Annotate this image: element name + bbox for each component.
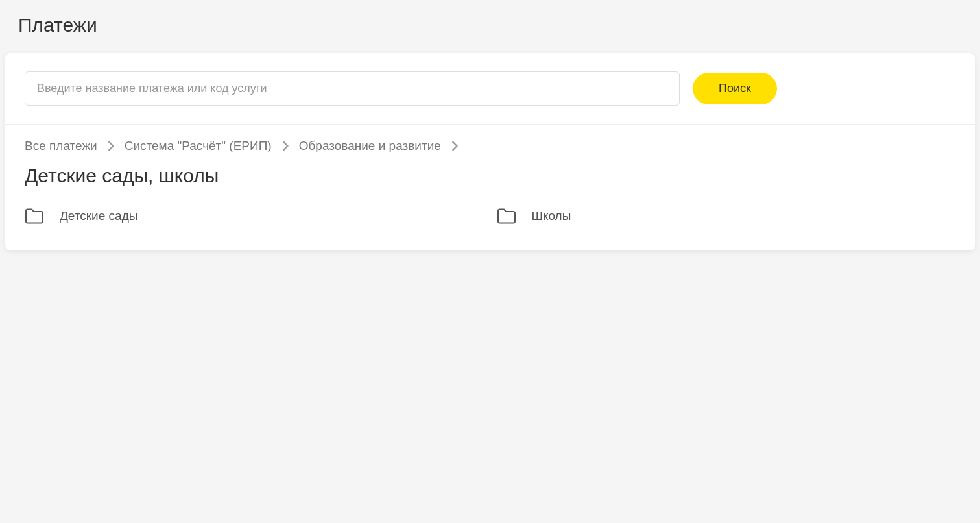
chevron-right-icon — [282, 141, 289, 151]
page-header: Платежи — [0, 0, 980, 53]
folder-icon — [25, 208, 44, 225]
breadcrumb-item-erip[interactable]: Система "Расчёт" (ЕРИП) — [125, 139, 272, 153]
categories-grid: Детские сады Школы — [25, 205, 955, 227]
content-section: Все платежи Система "Расчёт" (ЕРИП) Обра… — [5, 125, 975, 250]
breadcrumb: Все платежи Система "Расчёт" (ЕРИП) Обра… — [25, 139, 955, 153]
chevron-right-icon — [451, 141, 458, 151]
page-title: Платежи — [18, 14, 962, 36]
breadcrumb-item-all[interactable]: Все платежи — [25, 139, 97, 153]
chevron-right-icon — [108, 141, 114, 151]
main-card: Поиск Все платежи Система "Расчёт" (ЕРИП… — [5, 53, 975, 250]
breadcrumb-item-education[interactable]: Образование и развитие — [299, 139, 441, 153]
category-label: Школы — [532, 209, 571, 223]
category-label: Детские сады — [60, 209, 137, 223]
search-section: Поиск — [5, 53, 975, 125]
folder-icon — [497, 208, 516, 225]
search-button[interactable]: Поиск — [693, 73, 777, 104]
search-input[interactable] — [25, 71, 680, 106]
category-title: Детские сады, школы — [25, 165, 955, 187]
category-item-kindergartens[interactable]: Детские сады — [25, 205, 484, 227]
category-item-schools[interactable]: Школы — [497, 205, 956, 227]
